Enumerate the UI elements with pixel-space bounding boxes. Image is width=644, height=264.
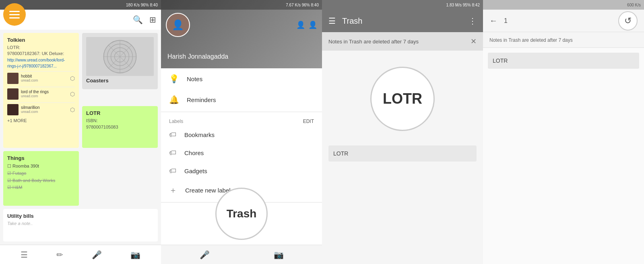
hamburger-line-3	[9, 17, 20, 18]
bottom-toolbar-p2: 🎤 📷	[161, 245, 322, 264]
history-button[interactable]: ↺	[618, 11, 638, 31]
note-detail-toolbar: ← 1 ↺	[483, 10, 644, 32]
panel-trash: 1.83 M/s 95% 8:42 ☰ Trash ⋮ Notes in Tra…	[322, 0, 483, 264]
sub-note-lotr: lord of the rings uread.com ⬡	[7, 87, 75, 101]
hamburger-button[interactable]	[3, 3, 26, 26]
sub-note-silm: silmarillion uread.com ⬡	[7, 102, 75, 117]
label-icon-gadgets: 🏷	[169, 167, 176, 175]
external-link-icon-3: ⬡	[70, 106, 75, 113]
notes-grid: Tolkien LOTR: 9780007182367: UK Deluxe: …	[0, 30, 161, 245]
more-icon-p3[interactable]: ⋮	[469, 16, 477, 26]
panel-note-detail: 600 K/s ← 1 ↺ Notes in Trash are deleted…	[483, 0, 644, 264]
drawer-header-bg: 7.67 K/s 96% 8:40 👤 👤 👤 Harish Jonnalaga…	[161, 0, 322, 68]
add-label-icon: ＋	[169, 185, 177, 196]
status-bar-p2: 7.67 K/s 96% 8:40	[161, 0, 322, 10]
mic-icon-p1[interactable]: 🎤	[92, 250, 102, 260]
hamburger-line-2	[9, 14, 20, 15]
trash-info-text: Notes in Trash are deleted after 7 days	[328, 39, 419, 45]
status-bar-p1: 180 K/s 96% 8:40	[0, 0, 161, 10]
back-button[interactable]: ←	[489, 16, 497, 25]
drawer-item-bookmarks[interactable]: 🏷 Bookmarks	[161, 126, 322, 144]
trash-circle-button[interactable]: Trash	[215, 188, 268, 240]
trash-toolbar: ☰ Trash ⋮	[322, 10, 483, 32]
note-things-content: ☐ Roomba 390t ☑ Futago ☑ Bath and Body W…	[7, 163, 75, 191]
external-link-icon-2: ⬡	[70, 91, 75, 97]
create-label-text: Create new label	[185, 187, 231, 194]
status-bar-p4: 600 K/s	[483, 0, 644, 10]
note-utility[interactable]: Utility bills Take a note..	[3, 209, 158, 241]
history-icon: ↺	[624, 16, 632, 26]
drawer-notes-label: Notes	[187, 76, 202, 82]
note-utility-title: Utility bills	[7, 213, 154, 219]
bottom-toolbar-p1: ☰ ✏ 🎤 📷	[0, 245, 161, 264]
label-icon-chores: 🏷	[169, 149, 176, 157]
mic-icon-p2[interactable]: 🎤	[200, 250, 210, 260]
note-coasters[interactable]: Coasters	[82, 33, 158, 89]
lotr-circle: LOTR	[370, 67, 435, 131]
drawer-item-reminders[interactable]: 🔔 Reminders	[161, 89, 322, 110]
note-things[interactable]: Things ☐ Roomba 390t ☑ Futago ☑ Bath and…	[3, 151, 79, 206]
header-actions: 👤 👤	[296, 20, 317, 29]
camera-icon-p1[interactable]: 📷	[130, 250, 140, 260]
note-tolkien[interactable]: Tolkien LOTR: 9780007182367: UK Deluxe: …	[3, 33, 79, 148]
trash-note-list: LOTR	[322, 139, 483, 168]
sub-note-hobbit: hobbit uread.com ⬡	[7, 71, 75, 85]
trash-note-lotr-title: LOTR	[333, 150, 348, 157]
toolbar-icons: 🔍 ⊞	[133, 15, 156, 25]
drawer-divider-1	[161, 112, 322, 112]
note-lotr-content: ISBN:9780007105083	[86, 118, 154, 130]
notes-icon: 💡	[169, 74, 179, 84]
user-avatar[interactable]: 👤	[166, 13, 190, 37]
note-tolkien-title: Tolkien	[7, 37, 75, 43]
reminders-icon: 🔔	[169, 95, 179, 104]
more-badge: +1 MORE	[7, 118, 75, 123]
header-user-icon[interactable]: 👤	[308, 20, 317, 29]
status-bar-p3: 1.83 M/s 95% 8:42	[322, 0, 483, 10]
panel-drawer: 7.67 K/s 96% 8:40 👤 👤 👤 Harish Jonnalaga…	[161, 0, 322, 264]
note-detail-info-text: Notes in Trash are deleted after 7 days	[489, 37, 573, 43]
drawer-item-gadgets[interactable]: 🏷 Gadgets	[161, 162, 322, 180]
trash-info-banner: Notes in Trash are deleted after 7 days …	[322, 32, 483, 51]
layout-icon[interactable]: ⊞	[149, 15, 156, 25]
header-camera-icon[interactable]: 👤	[296, 20, 305, 29]
hamburger-line-1	[9, 11, 20, 12]
note-detail-content: LOTR	[483, 48, 644, 264]
menu-icon-p3[interactable]: ☰	[328, 16, 336, 26]
trash-note-lotr[interactable]: LOTR	[328, 145, 477, 162]
note-things-title: Things	[7, 155, 75, 161]
labels-edit-button[interactable]: EDIT	[303, 119, 314, 124]
note-utility-placeholder: Take a note..	[7, 221, 154, 227]
pencil-icon[interactable]: ✏	[56, 250, 63, 260]
note-detail-card[interactable]: LOTR	[488, 53, 639, 69]
trash-content: LOTR LOTR	[322, 51, 483, 264]
page-number: 1	[504, 17, 612, 25]
note-detail-title: LOTR	[493, 57, 508, 64]
list-view-icon[interactable]: ☰	[21, 250, 28, 260]
header-icons-p2: 👤 👤 👤	[161, 10, 322, 40]
user-name: Harish Jonnalagadda	[167, 53, 228, 60]
note-lotr[interactable]: LOTR ISBN:9780007105083	[82, 106, 158, 148]
banner-close-button[interactable]: ✕	[471, 37, 477, 46]
coaster-image	[86, 37, 154, 76]
drawer-reminders-label: Reminders	[187, 96, 216, 103]
search-icon[interactable]: 🔍	[133, 15, 143, 25]
drawer-bookmarks-label: Bookmarks	[184, 131, 215, 138]
drawer-item-chores[interactable]: 🏷 Chores	[161, 144, 322, 162]
camera-icon-p2[interactable]: 📷	[274, 250, 284, 260]
note-coasters-title: Coasters	[86, 78, 154, 84]
drawer-item-notes[interactable]: 💡 Notes	[161, 68, 322, 89]
drawer-gadgets-label: Gadgets	[184, 168, 207, 174]
note-detail-info-banner: Notes in Trash are deleted after 7 days	[483, 32, 644, 48]
note-lotr-title: LOTR	[86, 110, 154, 116]
note-tolkien-content: LOTR: 9780007182367: UK Deluxe: http://w…	[7, 45, 75, 70]
external-link-icon: ⬡	[70, 75, 75, 82]
drawer-chores-label: Chores	[184, 149, 204, 156]
labels-header: Labels EDIT	[161, 114, 322, 126]
label-icon-bookmarks: 🏷	[169, 131, 176, 139]
panel-notes-list: 180 K/s 96% 8:40 🔍 ⊞ Tolkien LOTR: 97800…	[0, 0, 161, 264]
trash-title: Trash	[342, 16, 462, 26]
